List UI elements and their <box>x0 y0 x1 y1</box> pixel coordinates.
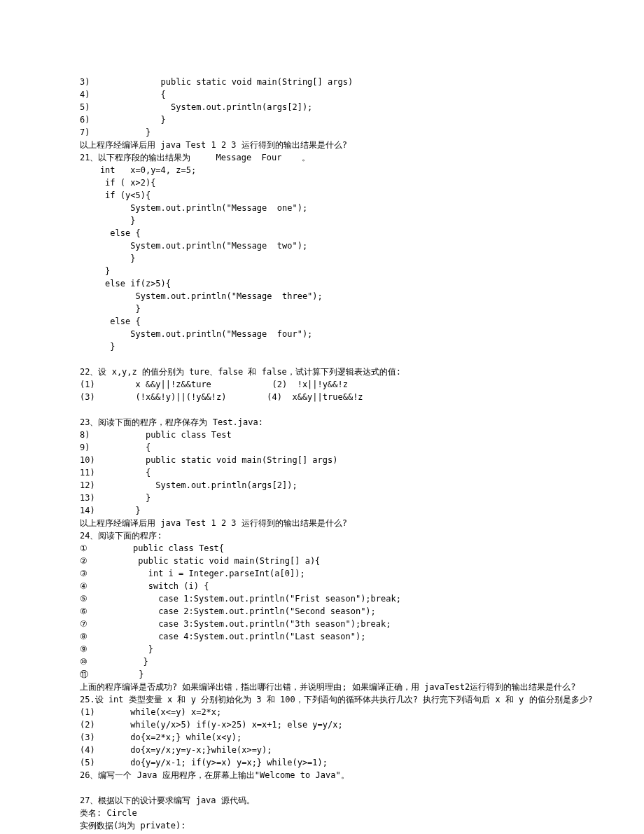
text-line: 25.设 int 类型变量 x 和 y 分别初始化为 3 和 100，下列语句的… <box>80 693 564 706</box>
text-line: else if(z>5){ <box>80 277 564 290</box>
text-line: 3) public static void main(String[] args… <box>80 76 564 88</box>
text-line: } <box>80 265 564 277</box>
text-line: if (y<5){ <box>80 189 564 202</box>
text-line: 13) } <box>80 492 564 504</box>
document-page: 3) public static void main(String[] args… <box>0 0 644 834</box>
text-line: 以上程序经编译后用 java Test 1 2 3 运行得到的输出结果是什么? <box>80 517 564 529</box>
text-line: 24、阅读下面的程序: <box>80 529 564 542</box>
text-line: 6) } <box>80 113 564 126</box>
text-line: 11) { <box>80 466 564 479</box>
text-line: int x=0,y=4, z=5; <box>80 164 564 176</box>
text-line: System.out.println("Message three"); <box>80 290 564 303</box>
text-line: 4) { <box>80 88 564 101</box>
text-line: 9) { <box>80 441 564 454</box>
text-line: System.out.println("Message four"); <box>80 328 564 340</box>
text-line: else { <box>80 315 564 328</box>
text-line: 10) public static void main(String[] arg… <box>80 454 564 466</box>
text-line: (2) while(y/x>5) if(y-x>25) x=x+1; else … <box>80 718 564 731</box>
text-line: (4) do{x=y/x;y=y-x;}while(x>=y); <box>80 744 564 756</box>
text-line: (5) do{y=y/x-1; if(y>=x) y=x;} while(y>=… <box>80 756 564 769</box>
text-line: 上面的程序编译是否成功? 如果编译出错，指出哪行出错，并说明理由; 如果编译正确… <box>80 681 564 693</box>
text-line: ⑩ } <box>80 655 564 668</box>
text-line: ⑦ case 3:System.out.println("3th season"… <box>80 618 564 630</box>
text-line: ⑨ } <box>80 643 564 655</box>
text-line: ⑪ } <box>80 668 564 681</box>
text-line: 实例数据(均为 private): <box>80 819 564 832</box>
text-line: System.out.println("Message two"); <box>80 239 564 252</box>
text-line: else { <box>80 227 564 239</box>
text-line: } <box>80 214 564 227</box>
text-line: } <box>80 303 564 315</box>
text-line <box>80 781 564 794</box>
text-line: 类名: Circle <box>80 807 564 819</box>
text-line: 14) } <box>80 504 564 517</box>
text-line: ⑤ case 1:System.out.println("Frist seaso… <box>80 592 564 605</box>
text-line: if ( x>2){ <box>80 176 564 189</box>
text-line: 21、以下程序段的输出结果为 Message Four 。 <box>80 151 564 164</box>
text-line: ③ int i = Integer.parseInt(a[0]); <box>80 567 564 580</box>
text-line: } <box>80 340 564 353</box>
text-line: (3) (!x&&!y)||(!y&&!z) (4) x&&y||true&&!… <box>80 391 564 403</box>
text-line: 23、阅读下面的程序，程序保存为 Test.java: <box>80 416 564 429</box>
text-line: 12) System.out.println(args[2]); <box>80 479 564 492</box>
text-line: 26、编写一个 Java 应用程序，在屏幕上输出"Welcome to Java… <box>80 769 564 781</box>
text-line <box>80 403 564 416</box>
text-line: } <box>80 252 564 265</box>
text-line: ⑧ case 4:System.out.println("Last season… <box>80 630 564 643</box>
text-line: ② public static void main(String[] a){ <box>80 555 564 567</box>
text-line: 7) } <box>80 126 564 139</box>
text-line: System.out.println("Message one"); <box>80 202 564 214</box>
text-line: 5) System.out.println(args[2]); <box>80 101 564 113</box>
text-line: 以上程序经编译后用 java Test 1 2 3 运行得到的输出结果是什么? <box>80 139 564 151</box>
text-line: ④ switch (i) { <box>80 580 564 592</box>
text-line: (3) do{x=2*x;} while(x<y); <box>80 731 564 744</box>
text-line <box>80 353 564 366</box>
text-line: 22、设 x,y,z 的值分别为 ture、false 和 false，试计算下… <box>80 366 564 378</box>
text-line: 27、根据以下的设计要求编写 java 源代码。 <box>80 794 564 807</box>
text-line: 8) public class Test <box>80 429 564 441</box>
text-line: (1) while(x<=y) x=2*x; <box>80 706 564 718</box>
document-body: 3) public static void main(String[] args… <box>80 76 564 834</box>
text-line: ⑥ case 2:System.out.println("Second seas… <box>80 605 564 618</box>
text-line: (1) x &&y||!z&&ture (2) !x||!y&&!z <box>80 378 564 391</box>
text-line: ① public class Test{ <box>80 542 564 555</box>
